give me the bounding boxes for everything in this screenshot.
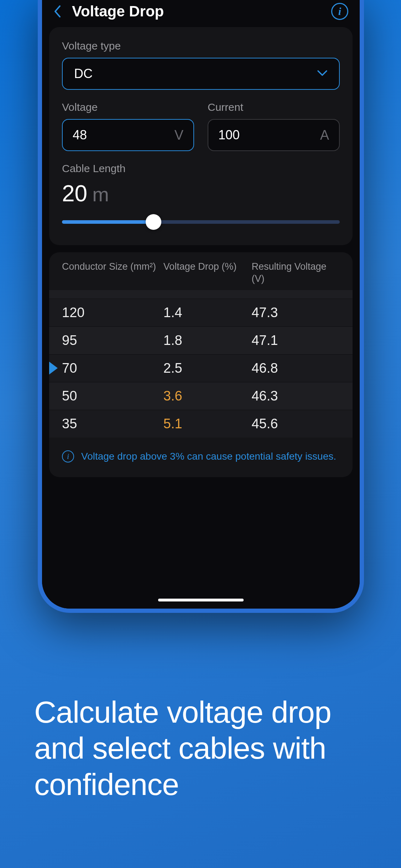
app-header: Voltage Drop i	[49, 0, 353, 27]
back-button[interactable]	[53, 4, 68, 19]
slider-thumb[interactable]	[146, 214, 161, 230]
cell-voltage-drop: 2.5	[163, 361, 252, 376]
current-value: 100	[218, 128, 316, 143]
cell-resulting-voltage: 47.3	[251, 305, 340, 320]
table-row[interactable]: 702.546.8	[49, 354, 353, 382]
cell-conductor-size: 50	[62, 388, 163, 404]
app-screen: Voltage Drop i Voltage type DC Voltage 4…	[42, 0, 360, 609]
table-row[interactable]: 951.847.1	[49, 326, 353, 354]
info-icon: i	[62, 450, 74, 463]
chevron-down-icon	[317, 70, 328, 78]
phone-frame: Voltage Drop i Voltage type DC Voltage 4…	[38, 0, 364, 613]
cable-length-unit: m	[92, 183, 109, 206]
cell-resulting-voltage: 47.1	[251, 333, 340, 348]
cell-conductor-size: 35	[62, 416, 163, 432]
cell-resulting-voltage: 45.6	[251, 416, 340, 432]
th-resulting-voltage: Resulting Voltage (V)	[251, 261, 340, 285]
warning-text: Voltage drop above 3% can cause potentia…	[81, 450, 336, 463]
cell-conductor-size: 70	[62, 361, 163, 376]
cell-voltage-drop: 1.4	[163, 305, 252, 320]
voltage-label: Voltage	[62, 101, 194, 113]
cell-resulting-voltage: 46.3	[251, 388, 340, 404]
slider-fill	[62, 220, 153, 224]
cell-voltage-drop: 3.6	[163, 388, 252, 404]
table-row[interactable]: 355.145.6	[49, 410, 353, 438]
cable-length-slider[interactable]	[62, 214, 340, 230]
th-voltage-drop: Voltage Drop (%)	[163, 261, 252, 285]
cell-conductor-size: 120	[62, 305, 163, 320]
cable-length-label: Cable Length	[62, 162, 340, 175]
voltage-value: 48	[73, 128, 170, 143]
table-row[interactable]: 503.646.3	[49, 382, 353, 410]
home-indicator[interactable]	[158, 599, 244, 601]
marketing-tagline: Calculate voltage drop and select cables…	[34, 694, 367, 802]
table-row-clipped	[49, 290, 353, 299]
cell-voltage-drop: 5.1	[163, 416, 252, 432]
table-body: 1201.447.3951.847.1702.546.8503.646.3355…	[49, 299, 353, 438]
voltage-unit: V	[175, 128, 183, 143]
voltage-type-select[interactable]: DC	[62, 58, 340, 90]
warning-note: i Voltage drop above 3% can cause potent…	[49, 438, 353, 477]
cable-length-value: 20	[62, 180, 87, 207]
input-panel: Voltage type DC Voltage 48 V Current	[49, 27, 353, 245]
row-selected-indicator	[49, 362, 58, 374]
slider-track	[62, 220, 340, 224]
cable-length-display: 20 m	[62, 180, 340, 207]
table-header: Conductor Size (mm²) Voltage Drop (%) Re…	[49, 252, 353, 290]
results-table: Conductor Size (mm²) Voltage Drop (%) Re…	[49, 252, 353, 477]
current-unit: A	[320, 128, 329, 143]
cell-conductor-size: 95	[62, 333, 163, 348]
cell-voltage-drop: 1.8	[163, 333, 252, 348]
cell-resulting-voltage: 46.8	[251, 361, 340, 376]
current-label: Current	[208, 101, 340, 113]
th-conductor-size: Conductor Size (mm²)	[62, 261, 163, 285]
voltage-input[interactable]: 48 V	[62, 119, 194, 151]
info-icon: i	[338, 5, 341, 17]
voltage-type-label: Voltage type	[62, 40, 340, 52]
chevron-left-icon	[53, 5, 61, 18]
current-input[interactable]: 100 A	[208, 119, 340, 151]
info-button[interactable]: i	[331, 3, 348, 20]
voltage-type-value: DC	[74, 66, 93, 81]
table-row[interactable]: 1201.447.3	[49, 299, 353, 326]
page-title: Voltage Drop	[72, 3, 331, 20]
